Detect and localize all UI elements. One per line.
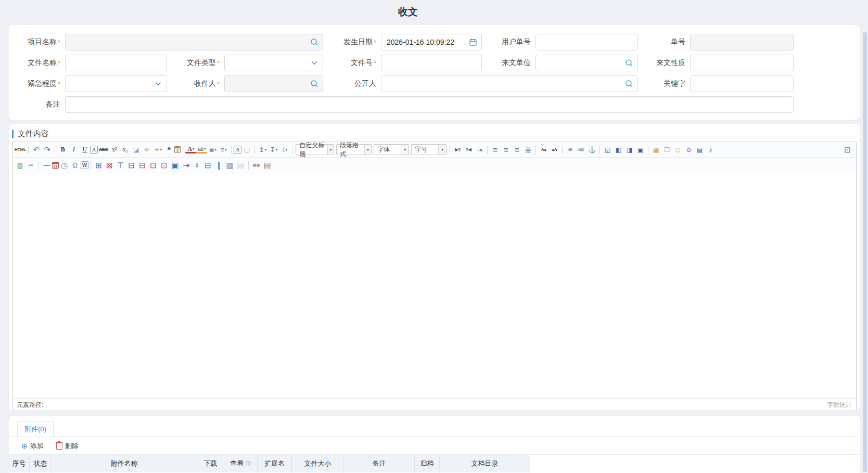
merge-right-icon[interactable]: ⇥ (181, 160, 192, 171)
to-lowercase-icon[interactable]: aA (549, 145, 560, 155)
table-caption-icon[interactable]: ⊤ (115, 160, 126, 171)
project-name-input[interactable] (66, 34, 323, 50)
merge-cells-icon[interactable]: ▣ (170, 160, 181, 171)
public-person-input[interactable] (381, 76, 637, 92)
insert-col-icon[interactable]: ⊡ (148, 160, 159, 171)
insert-image-icon[interactable]: ▦ (650, 145, 661, 155)
image-manager-icon[interactable]: ❐ (661, 145, 672, 155)
italic-icon[interactable]: I (68, 145, 79, 155)
line-height-icon[interactable]: ↕▾ (279, 145, 290, 155)
image-left-icon[interactable]: ◧ (613, 145, 624, 155)
chevron-down-icon[interactable] (154, 79, 163, 88)
tab-attachments[interactable]: 附件(0) (17, 421, 54, 437)
occur-date-input[interactable] (381, 34, 481, 50)
word-image-icon[interactable]: W (81, 161, 88, 169)
page-scrollbar[interactable] (863, 32, 867, 472)
order-no-input[interactable] (691, 34, 793, 50)
split-cols-icon[interactable]: ∥ (213, 160, 224, 171)
remark-input[interactable] (66, 97, 793, 112)
ltr-icon[interactable]: ▶¶ (452, 145, 463, 155)
calendar-icon[interactable] (468, 37, 478, 47)
clear-doc-icon[interactable]: ▢ (241, 145, 252, 155)
highlight-color-icon[interactable]: ab▾ (196, 146, 207, 154)
align-left-icon[interactable]: ≡ (490, 145, 501, 155)
format-brush-icon[interactable]: ✏ (142, 145, 152, 155)
align-justify-icon[interactable]: ≣ (522, 145, 533, 155)
file-no-input[interactable] (381, 55, 481, 71)
underline-icon[interactable]: U (79, 145, 90, 155)
paragraph-format-select[interactable]: 段落格式▾ (336, 144, 372, 155)
horizontal-rule-icon[interactable]: — (41, 160, 52, 171)
insert-table-icon[interactable]: ⊞ (93, 160, 104, 171)
scrawl-icon[interactable]: ✿ (683, 145, 694, 155)
source-nature-input[interactable] (691, 55, 793, 71)
indent-icon[interactable]: ⇥ (474, 145, 485, 155)
font-family-select[interactable]: 字体▾ (374, 144, 409, 155)
insert-row-icon[interactable]: ⊟ (126, 160, 137, 171)
unordered-list-icon[interactable]: ≡▾ (218, 145, 229, 155)
split-cells-icon[interactable]: ▥ (224, 160, 235, 171)
link-icon[interactable]: ⚭ (565, 145, 576, 155)
merge-down-icon[interactable]: ⇩ (192, 160, 202, 171)
search-icon[interactable] (624, 79, 634, 88)
auto-link-icon[interactable]: a (234, 146, 241, 154)
file-type-input[interactable] (225, 55, 323, 71)
search-icon[interactable] (624, 58, 634, 68)
font-size-select[interactable]: 字号▾ (411, 144, 446, 155)
blockquote-icon[interactable]: ❝ (163, 145, 174, 155)
delete-table-icon[interactable]: ⊠ (104, 160, 115, 171)
add-attachment-button[interactable]: ⊕ 添加 (21, 441, 44, 451)
word-count-label[interactable]: 字数统计 (827, 401, 852, 410)
chevron-down-icon[interactable] (310, 58, 319, 68)
urgency-input[interactable] (66, 76, 167, 92)
html-source-icon[interactable]: HTML (15, 145, 26, 155)
bold-icon[interactable]: B (57, 145, 68, 155)
undo-icon[interactable]: ↶ (31, 145, 42, 155)
preview-icon[interactable]: ⊡ (842, 145, 853, 155)
font-color-icon[interactable]: A▾ (185, 146, 196, 154)
unlink-icon[interactable]: ⚮ (576, 145, 586, 155)
font-border-icon[interactable]: A (90, 146, 98, 154)
delete-col-icon[interactable]: ⊡ (159, 160, 170, 171)
rtl-icon[interactable]: ¶◀ (463, 145, 474, 155)
find-replace-icon[interactable]: ⊙⊙ (251, 160, 262, 171)
para-space-bottom-icon[interactable]: ↧▾ (268, 145, 279, 155)
keyword-input[interactable] (691, 76, 793, 92)
anchor-icon[interactable]: ⚓ (586, 145, 597, 155)
align-center-icon[interactable]: ≡ (501, 145, 512, 155)
insert-map-icon[interactable]: ▧ (15, 160, 25, 171)
print-icon[interactable]: ▤ (235, 160, 246, 171)
paste-plain-icon[interactable]: T (174, 146, 181, 153)
special-chars-icon[interactable]: Ω (70, 160, 81, 171)
image-default-icon[interactable]: ◱ (602, 145, 613, 155)
screenshot-icon[interactable]: ✂ (25, 160, 36, 171)
align-right-icon[interactable]: ≡ (512, 145, 522, 155)
strikethrough-icon[interactable]: ABC (98, 145, 109, 155)
editor-content-area[interactable] (12, 173, 856, 399)
split-rows-icon[interactable]: ⊟ (202, 160, 213, 171)
video-icon[interactable]: ▤ (694, 145, 705, 155)
insert-time-icon[interactable]: ◷ (59, 160, 70, 171)
superscript-icon[interactable]: x² (109, 145, 120, 155)
emotion-icon[interactable]: ☺ (672, 145, 683, 155)
redo-icon[interactable]: ↷ (42, 145, 53, 155)
image-center-icon[interactable]: ▣ (635, 145, 646, 155)
delete-row-icon[interactable]: ⊟ (137, 160, 148, 171)
user-order-no-input[interactable] (536, 34, 637, 50)
file-type-select[interactable] (224, 55, 323, 71)
subscript-icon[interactable]: x₂ (120, 145, 131, 155)
delete-attachment-button[interactable]: 删除 (56, 441, 79, 451)
file-name-input[interactable] (66, 55, 167, 71)
search-icon[interactable] (310, 79, 319, 88)
music-icon[interactable]: ♪ (705, 145, 716, 155)
recipient-input[interactable] (225, 76, 323, 92)
urgency-select[interactable] (65, 75, 167, 92)
eraser-icon[interactable]: ◪ (131, 145, 142, 155)
to-uppercase-icon[interactable]: Aa (538, 145, 549, 155)
image-right-icon[interactable]: ◨ (624, 145, 635, 155)
para-space-top-icon[interactable]: ↥▾ (257, 145, 268, 155)
paste-icon[interactable]: ▤ (262, 160, 273, 171)
ordered-list-icon[interactable]: ≣▾ (207, 145, 218, 155)
search-icon[interactable] (310, 37, 319, 47)
source-unit-input[interactable] (536, 55, 637, 71)
